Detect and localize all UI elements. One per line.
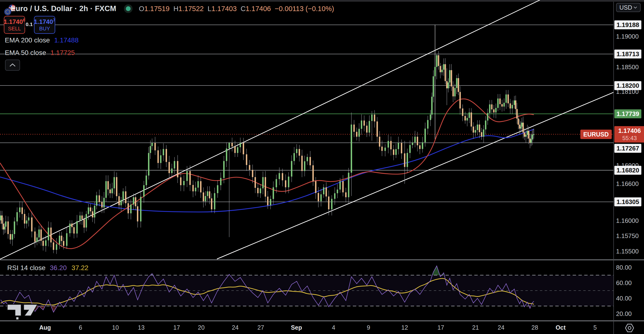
candle-body xyxy=(525,135,526,137)
candle-body xyxy=(260,188,261,193)
candle-body xyxy=(19,207,20,212)
chevron-down-icon xyxy=(634,6,637,9)
candle-body xyxy=(217,185,218,193)
time-tick-label: 10 xyxy=(112,324,119,331)
candle-body xyxy=(512,105,513,109)
candle-body xyxy=(232,143,233,146)
candle-body xyxy=(301,156,303,171)
candle-body xyxy=(278,173,280,179)
candle-body xyxy=(516,109,518,119)
ema50-line xyxy=(0,99,534,249)
price-chart-pane[interactable] xyxy=(0,0,614,260)
candle-body xyxy=(14,221,15,234)
candle-body xyxy=(272,187,274,199)
candle-body xyxy=(116,177,118,196)
candle-body xyxy=(125,191,126,203)
candle-body xyxy=(381,147,383,151)
sell-button[interactable]: 1.17406 SELL xyxy=(4,16,25,34)
candle-body xyxy=(150,146,151,153)
candle-body xyxy=(298,149,300,156)
candle-body xyxy=(388,141,389,148)
candle-body xyxy=(69,224,70,233)
candle-body xyxy=(506,95,507,103)
candle-body xyxy=(483,130,484,137)
candle-body xyxy=(86,214,87,228)
rsi-tick-label: 60.00 xyxy=(616,279,632,287)
candle-body xyxy=(485,121,486,130)
candle-body xyxy=(364,121,365,126)
candle-body xyxy=(374,115,375,121)
candle-body xyxy=(446,81,448,88)
candle-body xyxy=(53,242,54,250)
time-tick-label: 17 xyxy=(438,324,444,331)
collapse-legend-button[interactable] xyxy=(5,60,20,71)
candle-body xyxy=(384,148,386,151)
ema200-value: 1.17488 xyxy=(54,37,78,44)
rsi-value: 36.20 xyxy=(50,264,67,272)
tradingview-logo[interactable] xyxy=(5,300,42,321)
candle-body xyxy=(518,119,519,125)
market-status-icon[interactable] xyxy=(124,4,132,13)
candle-body xyxy=(237,147,238,153)
candle-body xyxy=(493,109,494,112)
symbol-title-row[interactable]: Euro / U.S. Dollar · 2h · FXCM xyxy=(10,3,116,14)
candle-body xyxy=(108,181,109,189)
candle-body xyxy=(220,178,222,185)
rsi-legend[interactable]: RSI 14 close 36.20 37.22 xyxy=(7,264,88,272)
level-price-label: 1.16820 xyxy=(614,166,641,175)
candle-body xyxy=(514,100,515,105)
ema200-line xyxy=(0,129,534,212)
candle-body xyxy=(495,108,497,112)
candle-body xyxy=(434,67,436,76)
candle-body xyxy=(445,64,446,81)
candle-body xyxy=(401,143,402,153)
pane-separator[interactable] xyxy=(0,259,644,260)
rsi-tick-label: 80.00 xyxy=(616,264,632,271)
candle-body xyxy=(59,236,60,244)
candle-body xyxy=(526,131,528,135)
candle-body xyxy=(481,132,482,137)
candle-body xyxy=(73,227,75,233)
candle-body xyxy=(195,188,196,191)
ema50-legend[interactable]: EMA 50 close 1.17725 xyxy=(5,49,75,57)
candle-body xyxy=(90,207,91,211)
time-tick-label: 24 xyxy=(498,324,504,331)
candle-body xyxy=(371,115,372,121)
candle-body xyxy=(203,192,204,201)
candle-body xyxy=(137,206,138,221)
candle-body xyxy=(50,228,52,243)
candle-body xyxy=(500,99,501,104)
candle-body xyxy=(431,97,433,115)
candle-body xyxy=(351,124,352,173)
ema200-legend[interactable]: EMA 200 close 1.17488 xyxy=(5,36,78,44)
time-tick-label: 9 xyxy=(367,324,370,331)
candle-body xyxy=(0,216,2,220)
page-title[interactable]: Euro / U.S. Dollar · 2h · FXCM xyxy=(10,4,116,13)
candle-body xyxy=(166,149,167,162)
candle-body xyxy=(118,196,120,205)
candle-body xyxy=(487,113,488,121)
candle-body xyxy=(358,129,360,137)
candle-body xyxy=(205,196,206,201)
currency-unit-button[interactable]: USD xyxy=(616,3,641,12)
candle-body xyxy=(226,149,227,161)
price-tick-label: 1.16600 xyxy=(616,180,639,187)
buy-button[interactable]: 1.17407 BUY xyxy=(34,16,55,34)
candle-body xyxy=(270,199,272,205)
candle-body xyxy=(320,194,322,201)
candle-body xyxy=(458,78,459,92)
candle-body xyxy=(88,207,89,214)
candle-body xyxy=(393,149,394,155)
candle-body xyxy=(454,88,456,97)
candle-body xyxy=(122,191,124,200)
candle-body xyxy=(110,190,111,193)
candle-body xyxy=(291,161,292,177)
price-tick-label: 1.16000 xyxy=(616,217,639,224)
rsi-pane[interactable] xyxy=(0,260,614,321)
time-tick-label: 24 xyxy=(232,324,238,331)
time-axis-settings-icon[interactable] xyxy=(624,323,635,333)
channel-upper-trendline xyxy=(0,0,540,259)
candle-body xyxy=(171,169,172,173)
candle-body xyxy=(337,190,338,193)
time-tick-label: 4 xyxy=(332,324,335,331)
